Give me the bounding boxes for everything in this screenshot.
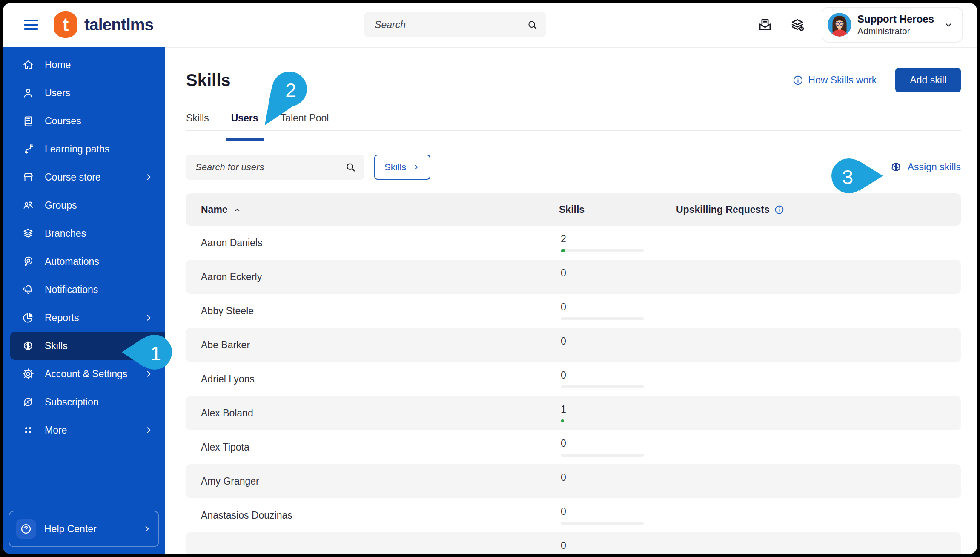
user-skills-cell: 2	[559, 226, 676, 252]
app-window: t talentlms	[3, 3, 977, 554]
user-skills-cell: 0	[559, 498, 676, 525]
settings-icon	[22, 368, 34, 380]
chevron-right-icon	[142, 524, 152, 534]
table-row[interactable]: Alex Tipota 0	[186, 430, 961, 464]
sidebar-item-label: Skills	[45, 340, 68, 352]
user-search[interactable]	[186, 155, 364, 180]
global-search[interactable]	[364, 12, 546, 37]
profile-role: Administrator	[857, 26, 934, 36]
skills-progress-bar	[561, 249, 644, 252]
table-row[interactable]: Aaron Eckerly 0	[186, 260, 961, 294]
sidebar-item-label: Groups	[45, 200, 77, 211]
sidebar-nav: Home Users Courses Learning p	[3, 51, 165, 444]
info-icon[interactable]	[774, 204, 785, 215]
skills-progress-fill	[561, 419, 564, 422]
reports-icon	[22, 311, 34, 324]
table-row[interactable]: Anastasios Douzinas 0	[186, 498, 961, 532]
table-row[interactable]: Abe Barker 0	[186, 328, 961, 362]
profile-menu[interactable]: Support Heroes Administrator	[822, 7, 963, 43]
tab-talent-pool[interactable]: Talent Pool	[281, 112, 329, 124]
groups-icon	[22, 199, 34, 212]
table-row[interactable]: 0	[186, 532, 961, 554]
user-name-cell: Adriel Lyons	[186, 373, 559, 385]
user-name-cell: Abe Barker	[186, 339, 559, 351]
skills-filter-button[interactable]: Skills	[374, 155, 430, 180]
help-center-label: Help Center	[44, 523, 97, 535]
table-row[interactable]: Adriel Lyons 0	[186, 362, 961, 396]
top-bar: t talentlms	[3, 3, 977, 47]
user-name-cell: Amy Granger	[186, 476, 559, 487]
sidebar-item-branches[interactable]: Branches	[3, 219, 165, 247]
skills-count: 0	[561, 336, 676, 346]
user-name-cell: Aaron Eckerly	[186, 271, 559, 283]
column-header-name[interactable]: Name	[186, 204, 559, 215]
skills-progress-bar	[561, 419, 644, 422]
user-name-cell: Abby Steele	[186, 305, 559, 317]
skills-count: 0	[561, 268, 676, 278]
top-right-cluster: Support Heroes Administrator	[757, 7, 963, 43]
search-icon	[527, 19, 538, 31]
sidebar-item-label: Branches	[45, 228, 86, 239]
inbox-icon[interactable]	[757, 17, 773, 33]
global-search-input[interactable]	[374, 19, 527, 31]
help-center-button[interactable]: Help Center	[9, 511, 159, 547]
sidebar-item-label: Learning paths	[45, 144, 109, 155]
talentlms-logo[interactable]: t talentlms	[54, 11, 153, 38]
user-skills-cell: 1	[559, 396, 676, 422]
page-header: Skills How Skills work Add skill	[186, 67, 961, 93]
page-tabs: SkillsUsersTalent Pool	[186, 112, 961, 131]
sidebar-item-label: Notifications	[45, 284, 98, 296]
sidebar-item-skills[interactable]: Skills	[10, 332, 165, 360]
chevron-right-icon	[412, 163, 420, 171]
user-skills-cell: 0	[559, 430, 676, 457]
sidebar-item-notifications[interactable]: Notifications	[3, 276, 165, 304]
sidebar: Home Users Courses Learning p	[3, 47, 165, 554]
sidebar-item-courses[interactable]: Courses	[3, 107, 165, 135]
sidebar-item-course-store[interactable]: Course store	[3, 163, 165, 191]
table-row[interactable]: Abby Steele 0	[186, 294, 961, 328]
add-skill-button[interactable]: Add skill	[895, 68, 961, 92]
sidebar-item-groups[interactable]: Groups	[3, 191, 165, 219]
hamburger-menu-icon[interactable]	[24, 20, 38, 30]
user-skills-cell: 0	[559, 294, 676, 320]
profile-name: Support Heroes	[857, 13, 934, 26]
chevron-right-icon	[144, 313, 153, 322]
table-row[interactable]: Aaron Daniels 2	[186, 226, 961, 260]
sidebar-item-automations[interactable]: Automations	[3, 247, 165, 276]
skills-count: 0	[561, 370, 676, 380]
stack-badge-icon[interactable]	[789, 17, 805, 33]
table-row[interactable]: Alex Boland 1	[186, 396, 961, 430]
sidebar-item-more[interactable]: More	[3, 416, 165, 444]
sidebar-item-home[interactable]: Home	[3, 51, 165, 79]
user-search-input[interactable]	[195, 161, 345, 173]
screen: t talentlms	[0, 0, 980, 557]
skills-count: 1	[561, 405, 676, 414]
skills-progress-bar	[561, 317, 644, 320]
tab-users[interactable]: Users	[231, 112, 258, 124]
tab-skills[interactable]: Skills	[186, 112, 209, 124]
user-skills-cell: 0	[559, 260, 676, 286]
table-toolbar: Skills Assign skills	[186, 155, 961, 180]
how-skills-work-link[interactable]: How Skills work	[792, 75, 877, 86]
sidebar-item-account-settings[interactable]: Account & Settings	[3, 360, 165, 388]
assign-skills-link[interactable]: Assign skills	[889, 161, 961, 174]
info-icon	[792, 75, 804, 86]
help-icon	[16, 519, 36, 539]
sidebar-item-label: Users	[45, 87, 70, 99]
sidebar-item-learning-paths[interactable]: Learning paths	[3, 135, 165, 163]
more-icon	[22, 424, 34, 436]
table-row[interactable]: Amy Granger 0	[186, 464, 961, 498]
user-skills-cell: 0	[559, 362, 676, 388]
sidebar-item-reports[interactable]: Reports	[3, 304, 165, 332]
users-table: Name Skills Upskilling Requests Aaron Da…	[186, 193, 961, 554]
skills-count: 0	[561, 507, 676, 517]
table-header-row: Name Skills Upskilling Requests	[186, 193, 961, 226]
skills-count: 0	[561, 439, 676, 448]
sidebar-item-subscription[interactable]: Subscription	[3, 388, 165, 416]
sidebar-item-label: Automations	[45, 256, 99, 267]
skills-progress-fill	[561, 249, 565, 252]
skills-filter-label: Skills	[384, 162, 406, 173]
sidebar-item-users[interactable]: Users	[3, 79, 165, 107]
users-icon	[22, 86, 34, 99]
sidebar-item-label: Course store	[45, 172, 101, 183]
